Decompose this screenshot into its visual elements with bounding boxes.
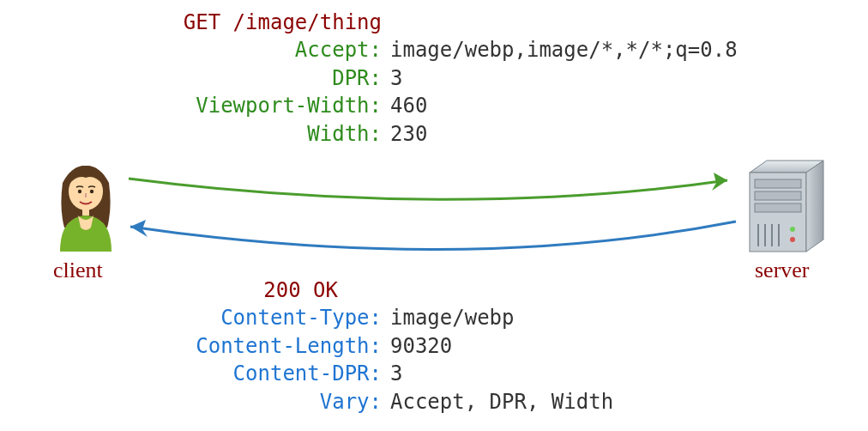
arrows-layer: [0, 0, 868, 431]
diagram-stage: GET /image/thing Accept: image/webp,imag…: [0, 0, 868, 431]
request-arrow: [129, 179, 727, 199]
response-arrow: [130, 222, 736, 249]
